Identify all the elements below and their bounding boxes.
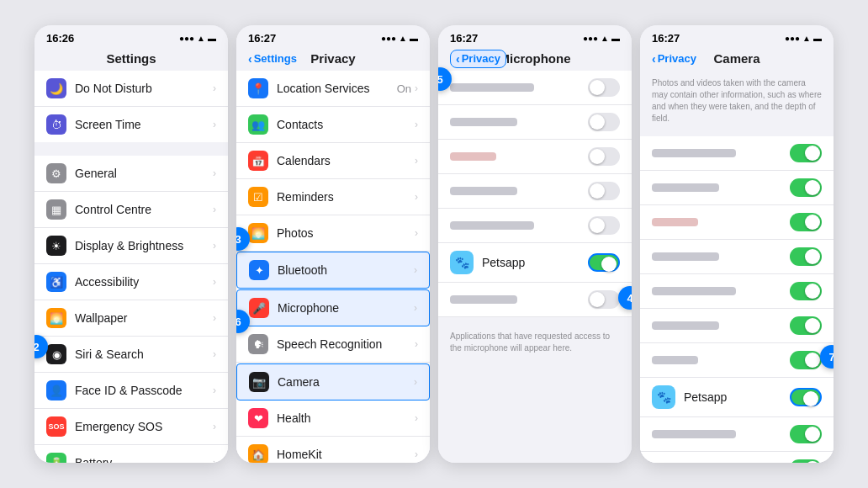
microphone-icon: 🎤: [249, 298, 269, 318]
toggle-off[interactable]: [588, 113, 620, 131]
list-item[interactable]: ▦ Control Centre ›: [34, 192, 228, 228]
siri-search-icon: ◉: [46, 344, 66, 364]
bluetooth-label: Bluetooth: [278, 263, 414, 277]
list-item[interactable]: ⏱ Screen Time ›: [34, 107, 228, 142]
toggle-off[interactable]: [588, 78, 620, 97]
camera-label: Camera: [278, 375, 414, 389]
list-item[interactable]: SOS Emergency SOS ›: [34, 409, 228, 445]
microphone-list-item[interactable]: 🎤 Microphone ›: [236, 289, 430, 326]
contacts-icon: 👥: [248, 114, 268, 135]
nav-bar-4: ‹ Privacy Camera: [640, 48, 834, 71]
toggle-on[interactable]: [790, 425, 822, 443]
list-item[interactable]: 🏠 HomeKit ›: [236, 437, 430, 463]
microphone-label: Microphone: [278, 301, 414, 315]
settings-group-mid: ⚙ General › ▦ Control Centre › ☀ Display…: [34, 156, 228, 463]
nav-bar-3: ‹ Privacy Microphone: [438, 48, 632, 71]
blur-label: [652, 430, 736, 438]
chevron-icon: ›: [414, 264, 417, 276]
list-item[interactable]: ◉ Siri & Search ›: [34, 337, 228, 373]
petsapp-camera-label: Petsapp: [684, 390, 790, 404]
list-item[interactable]: 🔋 Battery ›: [34, 445, 228, 463]
list-item[interactable]: ❤ Health ›: [236, 400, 430, 437]
petsapp-camera-item[interactable]: 🐾 Petsapp: [640, 378, 834, 417]
list-item[interactable]: 👤 Face ID & Passcode ›: [34, 373, 228, 409]
do-not-disturb-label: Do Not Disturb: [75, 82, 213, 95]
petsapp-microphone-item[interactable]: 🐾 Petsapp: [438, 243, 632, 283]
list-item[interactable]: 🌙 Do Not Disturb ›: [34, 71, 228, 107]
list-item[interactable]: ☑ Reminders ›: [236, 179, 430, 215]
list-item[interactable]: 🗣 Speech Recognition ›: [236, 326, 430, 363]
speech-label: Speech Recognition: [277, 337, 415, 351]
camera-list: 🐾 Petsapp: [640, 136, 834, 463]
list-item[interactable]: 📅 Calendars ›: [236, 143, 430, 179]
list-item[interactable]: 📍 Location Services On ›: [236, 71, 430, 107]
wifi-icon-4: ▲: [802, 34, 811, 43]
phone-screen-privacy: 16:27 ●●● ▲ ▬ ‹ Settings Privacy 📍 Locat…: [236, 25, 430, 463]
emergency-sos-icon: SOS: [46, 416, 66, 437]
camera-icon: 📷: [249, 372, 269, 392]
back-settings-button[interactable]: ‹ Settings: [248, 52, 297, 66]
chevron-icon: ›: [213, 204, 216, 215]
speech-icon: 🗣: [248, 334, 268, 354]
settings-group-top: 🌙 Do Not Disturb › ⏱ Screen Time ›: [34, 71, 228, 142]
toggle-on[interactable]: [790, 351, 822, 369]
content-microphone: 🐾 Petsapp Applications that have request…: [438, 71, 632, 463]
toggle-on[interactable]: [790, 459, 822, 463]
petsapp-toggle[interactable]: [588, 253, 620, 272]
bluetooth-icon: ✦: [249, 260, 269, 280]
blurred-row: [438, 209, 632, 243]
signal-icon-4: ●●●: [785, 34, 800, 43]
toggle-off[interactable]: [588, 290, 620, 309]
chevron-icon: ›: [213, 119, 216, 130]
toggle-off[interactable]: [588, 182, 620, 200]
siri-search-label: Siri & Search: [75, 347, 213, 361]
list-item[interactable]: 👥 Contacts ›: [236, 107, 430, 143]
back-label-2: Settings: [254, 52, 297, 65]
battery-icon-3: ▬: [611, 34, 620, 43]
chevron-icon: ›: [213, 276, 216, 288]
chevron-icon: ›: [414, 302, 417, 314]
back-label-3: Privacy: [462, 52, 500, 65]
toggle-on[interactable]: [790, 144, 822, 162]
back-privacy-button[interactable]: ‹ Privacy: [450, 50, 506, 68]
list-item[interactable]: 🌅 Wallpaper ›: [34, 300, 228, 337]
status-bar-1: 16:26 ●●● ▲ ▬: [34, 25, 228, 48]
blur-label: [652, 356, 698, 364]
control-centre-icon: ▦: [46, 199, 66, 220]
petsapp-camera-toggle[interactable]: [790, 388, 822, 406]
toggle-on[interactable]: [790, 178, 822, 197]
signal-icon-2: ●●●: [381, 34, 396, 43]
toggle-on[interactable]: [790, 282, 822, 300]
list-item[interactable]: ⚙ General ›: [34, 156, 228, 192]
blurred-row: [640, 274, 834, 309]
status-bar-3: 16:27 ●●● ▲ ▬: [438, 25, 632, 48]
battery-icon: ▬: [208, 34, 216, 43]
toggle-off[interactable]: [588, 216, 620, 235]
list-item[interactable]: ☀ Display & Brightness ›: [34, 228, 228, 264]
blurred-row: [438, 71, 632, 105]
back-privacy-button-camera[interactable]: ‹ Privacy: [652, 52, 696, 66]
wifi-icon-3: ▲: [601, 34, 609, 43]
chevron-icon: ›: [415, 338, 418, 350]
chevron-icon: ›: [415, 119, 418, 130]
battery-icon-2: ▬: [410, 34, 418, 43]
list-item[interactable]: 🌅 Photos ›: [236, 215, 430, 252]
photos-label: Photos: [277, 226, 415, 240]
list-item[interactable]: ♿ Accessibility ›: [34, 264, 228, 300]
bluetooth-list-item[interactable]: ✦ Bluetooth ›: [236, 252, 430, 289]
blur-label: [450, 295, 517, 304]
time-2: 16:27: [248, 32, 276, 45]
homekit-icon: 🏠: [248, 444, 268, 463]
chevron-icon: ›: [213, 82, 216, 94]
blurred-row: [438, 105, 632, 140]
blurred-row: [640, 452, 834, 463]
toggle-on[interactable]: [790, 316, 822, 335]
toggle-on[interactable]: [790, 247, 822, 266]
toggle-on[interactable]: [790, 213, 822, 231]
toggle-off[interactable]: [588, 147, 620, 166]
camera-list-item[interactable]: 📷 Camera ›: [236, 363, 430, 400]
chevron-icon: ›: [213, 457, 216, 463]
signal-icon: ●●●: [179, 34, 194, 43]
face-id-label: Face ID & Passcode: [75, 384, 213, 397]
chevron-icon: ›: [213, 421, 216, 432]
